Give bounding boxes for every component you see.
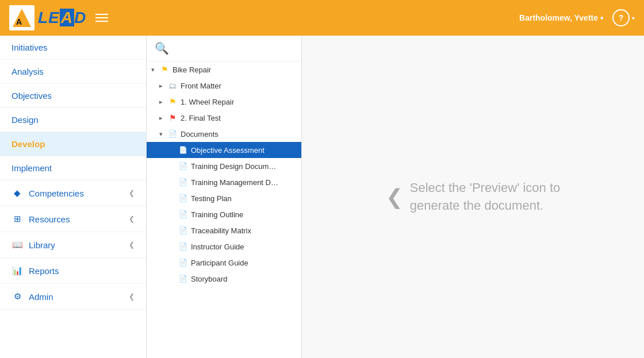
tree-node-final-test[interactable]: ▸ ⚑ 2. Final Test xyxy=(147,110,301,126)
header-left: A LEAD xyxy=(9,5,108,30)
sidebar-item-reports[interactable]: 📊 Reports xyxy=(0,258,146,284)
toggle-icon: ▸ xyxy=(159,82,167,90)
chevron-right-icon: ❮ xyxy=(129,189,135,197)
tree-node-participant-guide-label: Participant Guide xyxy=(191,259,248,267)
book-icon: 📖 xyxy=(12,239,23,251)
user-menu[interactable]: Bartholomew, Yvette ▾ xyxy=(519,13,603,22)
main-layout: Initiatives Analysis Objectives Design D… xyxy=(0,36,644,358)
tree-body: ▾ ⚑ Bike Repair ▸ 🗂 Front Matter ▸ ⚑ 1. … xyxy=(147,61,301,358)
sidebar-item-competencies-label: Competencies xyxy=(29,188,84,198)
header-right: Bartholomew, Yvette ▾ ? ▾ xyxy=(519,9,635,26)
tree-node-training-outline-label: Training Outline xyxy=(191,210,243,219)
tree-node-storyboard[interactable]: 📄 Storyboard xyxy=(147,271,301,287)
chevron-right-icon: ❮ xyxy=(129,241,135,249)
help-button[interactable]: ? xyxy=(612,9,630,26)
sidebar-item-analysis-label: Analysis xyxy=(12,67,44,76)
tree-node-testing-plan-label: Testing Plan xyxy=(191,194,232,203)
toggle-icon: ▸ xyxy=(159,114,167,122)
user-caret-icon: ▾ xyxy=(600,15,603,21)
sidebar-item-design-label: Design xyxy=(12,115,39,125)
sidebar-item-implement[interactable]: Implement xyxy=(0,156,146,180)
toggle-icon: ▸ xyxy=(159,98,167,106)
flag-yellow-icon: ⚑ xyxy=(167,97,178,107)
tree-node-bike-repair[interactable]: ▾ ⚑ Bike Repair xyxy=(147,61,301,78)
diamond-icon: ◆ xyxy=(12,187,23,199)
help-caret-icon: ▾ xyxy=(632,15,635,21)
flag-yellow-icon: ⚑ xyxy=(159,64,170,75)
tree-node-traceability-matrix[interactable]: 📄 Traceability Matrix xyxy=(147,222,301,238)
sidebar-item-reports-label: Reports xyxy=(29,266,59,276)
sidebar-item-develop-label: Develop xyxy=(12,139,45,149)
sidebar-item-implement-label: Implement xyxy=(12,163,52,173)
sidebar-item-resources[interactable]: ⊞ Resources ❮ xyxy=(0,206,146,232)
chevron-right-icon: ❮ xyxy=(129,292,135,301)
tree-panel: 🔍 ▾ ⚑ Bike Repair ▸ 🗂 Front Matter ▸ xyxy=(147,36,302,358)
sidebar-item-objectives-label: Objectives xyxy=(12,91,52,101)
preview-icon[interactable]: 🔍 xyxy=(155,41,169,55)
header: A LEAD Bartholomew, Yvette ▾ ? ▾ xyxy=(0,0,644,36)
preview-text-line2: generate the document. xyxy=(410,197,561,215)
sidebar: Initiatives Analysis Objectives Design D… xyxy=(0,36,147,358)
preview-area: ❮ Select the 'Preview' icon to generate … xyxy=(302,36,644,358)
document-icon: 📄 xyxy=(178,225,188,236)
tree-node-objective-assessment-label: Objective Assessment xyxy=(191,146,264,155)
sidebar-item-library[interactable]: 📖 Library ❮ xyxy=(0,232,146,258)
tree-node-final-test-label: 2. Final Test xyxy=(181,114,221,122)
tree-node-documents-label: Documents xyxy=(181,130,218,138)
tree-node-traceability-matrix-label: Traceability Matrix xyxy=(191,226,251,235)
tree-header: 🔍 xyxy=(147,36,301,61)
tree-node-instructor-guide[interactable]: 📄 Instructor Guide xyxy=(147,238,301,255)
tree-node-training-design[interactable]: 📄 Training Design Docum… xyxy=(147,158,301,174)
chart-icon: 📊 xyxy=(12,265,23,276)
tree-node-training-outline[interactable]: 📄 Training Outline xyxy=(147,206,301,222)
sidebar-item-resources-label: Resources xyxy=(29,214,70,224)
tree-node-storyboard-label: Storyboard xyxy=(191,275,228,283)
sidebar-item-analysis[interactable]: Analysis xyxy=(0,60,146,84)
document-blue-icon: 📄 xyxy=(178,145,188,155)
chevron-right-icon: ❮ xyxy=(129,215,135,223)
tree-node-testing-plan[interactable]: 📄 Testing Plan xyxy=(147,190,301,206)
tree-node-objective-assessment[interactable]: 📄 Objective Assessment xyxy=(147,142,301,158)
document-icon: 📄 xyxy=(178,257,188,268)
grid-icon: ⊞ xyxy=(12,213,23,225)
svg-text:A: A xyxy=(16,17,22,26)
toggle-icon: ▾ xyxy=(151,66,159,74)
toggle-icon: ▾ xyxy=(159,130,167,138)
tree-node-training-design-label: Training Design Docum… xyxy=(191,162,276,171)
content-area: 🔍 ▾ ⚑ Bike Repair ▸ 🗂 Front Matter ▸ xyxy=(147,36,644,358)
sidebar-item-objectives[interactable]: Objectives xyxy=(0,84,146,108)
flag-red-icon: ⚑ xyxy=(167,113,178,123)
sidebar-item-initiatives[interactable]: Initiatives xyxy=(0,36,146,60)
user-name-label: Bartholomew, Yvette xyxy=(519,13,598,22)
sidebar-item-design[interactable]: Design xyxy=(0,108,146,132)
logo-icon: A xyxy=(9,5,34,30)
preview-message: ❮ Select the 'Preview' icon to generate … xyxy=(386,179,561,215)
logo[interactable]: A LEAD xyxy=(9,5,86,30)
document-icon: 📄 xyxy=(167,129,178,139)
preview-text-block: Select the 'Preview' icon to generate th… xyxy=(410,179,561,215)
preview-text-line1: Select the 'Preview' icon to xyxy=(410,179,561,197)
hamburger-menu[interactable] xyxy=(95,14,108,22)
document-icon: 📄 xyxy=(178,209,188,220)
tree-node-documents[interactable]: ▾ 📄 Documents xyxy=(147,126,301,142)
sidebar-item-develop[interactable]: Develop xyxy=(0,132,146,156)
tree-node-training-management[interactable]: 📄 Training Management D… xyxy=(147,174,301,190)
sidebar-item-competencies[interactable]: ◆ Competencies ❮ xyxy=(0,180,146,206)
tree-node-bike-repair-label: Bike Repair xyxy=(172,66,211,74)
sidebar-item-admin-label: Admin xyxy=(29,292,53,302)
document-icon: 📄 xyxy=(178,241,188,252)
gear-icon: ⚙ xyxy=(12,291,23,302)
tree-node-wheel-repair-label: 1. Wheel Repair xyxy=(181,98,234,106)
logo-brand-text: LEAD xyxy=(38,9,86,27)
tree-node-instructor-guide-label: Instructor Guide xyxy=(191,242,244,251)
tree-node-wheel-repair[interactable]: ▸ ⚑ 1. Wheel Repair xyxy=(147,94,301,110)
document-icon: 📄 xyxy=(178,193,188,203)
tree-node-front-matter[interactable]: ▸ 🗂 Front Matter xyxy=(147,78,301,94)
preview-arrow-icon: ❮ xyxy=(386,185,403,209)
sidebar-item-library-label: Library xyxy=(29,240,55,250)
tree-node-participant-guide[interactable]: 📄 Participant Guide xyxy=(147,255,301,271)
folder-icon: 🗂 xyxy=(167,80,178,91)
sidebar-item-admin[interactable]: ⚙ Admin ❮ xyxy=(0,284,146,310)
sidebar-item-initiatives-label: Initiatives xyxy=(12,43,48,52)
document-icon: 📄 xyxy=(178,177,188,187)
